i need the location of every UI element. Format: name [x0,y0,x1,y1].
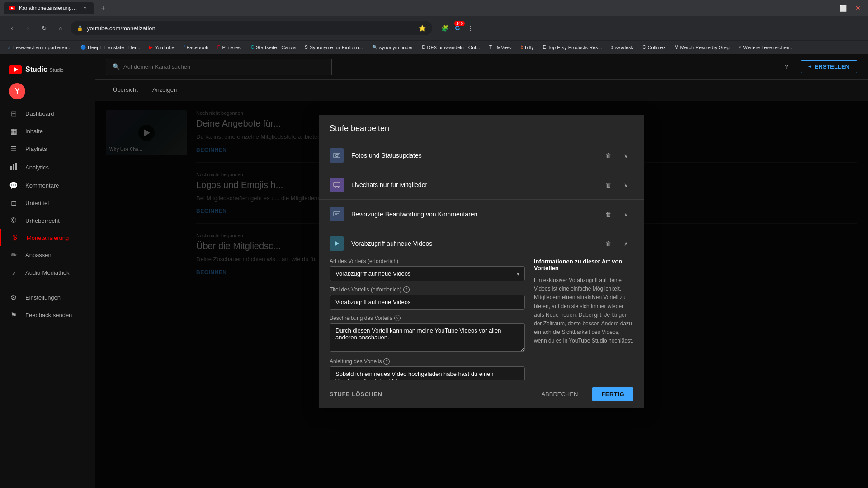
monetarisierung-icon: $ [10,234,19,242]
home-btn[interactable]: ⌂ [54,22,67,34]
benefit-item-fotos: Fotos und Statusupdates 🗑 ∨ [319,141,644,170]
settings-icon[interactable]: ⋮ [465,23,476,33]
bookmark-canva[interactable]: C Startseite - Canva [247,44,299,51]
sidebar-item-untertitel[interactable]: ⊡ Untertitel [0,194,95,212]
bookmark-sevdesk[interactable]: s sevdesk [608,44,637,51]
title-help-icon[interactable]: ? [403,286,410,293]
page-body: Why Use Cha... Noch nicht begonnen Deine [95,101,868,488]
benefit-icon-fotos [330,148,344,163]
instruction-help-icon[interactable]: ? [383,358,390,365]
bookmark-bitly[interactable]: b bitly [517,44,538,51]
collapse-benefit-fotos[interactable]: ∨ [619,148,633,163]
collapse-benefit-kommentare[interactable]: ∨ [619,207,633,221]
sidebar-item-playlists[interactable]: ☰ Playlists [0,140,95,158]
untertitel-icon: ⊡ [9,199,18,207]
bookmark-youtube[interactable]: ▶ YouTube [146,44,178,51]
delete-benefit-vorab[interactable]: 🗑 [601,236,615,251]
info-panel-text: Ein exklusiver Vorabzugriff auf deine Vi… [534,276,633,346]
sidebar-item-monetarisierung[interactable]: $ Monetarisierung [0,229,95,246]
benefit-icon-vorab [330,236,344,251]
bookmark-synonyme[interactable]: S Synonyme für Einhorn... [301,44,367,51]
dashboard-icon: ⊞ [9,109,18,118]
svg-rect-0 [10,166,12,170]
create-btn[interactable]: + ERSTELLEN [801,60,857,73]
title-label: Titel des Vorteils (erforderlich) ? [330,286,525,293]
bookmark-pinterest[interactable]: P Pinterest [214,44,245,51]
benefit-icon-livechats [330,178,344,192]
bookmark-bar: ☆ Lesezeichen importieren... 🔵 DeepL Tra… [0,41,868,54]
address-bar[interactable]: 🔒 youtube.com/monetization ⭐ [71,21,432,35]
new-tab-btn[interactable]: + [98,3,108,14]
bookmark-etsy[interactable]: E Top Etsy Products Res... [539,44,606,51]
bookmark-tmview[interactable]: T TMView [486,44,515,51]
sidebar-item-analytics[interactable]: Analytics [0,158,95,177]
form-group-description: Beschreibung des Vorteils ? Durch diesen… [330,315,525,353]
description-help-icon[interactable]: ? [394,315,401,321]
type-select[interactable]: Vorabzugriff auf neue Videos Fotos und S… [330,266,525,281]
browser-tab[interactable]: Kanalmonetarisierung - YouTu... ✕ [4,2,94,14]
sidebar-item-urheberrecht[interactable]: © Urheberrecht [0,212,95,229]
sidebar-item-dashboard[interactable]: ⊞ Dashboard [0,105,95,122]
feedback-icon: ⚑ [9,311,18,319]
browser-toolbar-right: 🧩 G 140 ⋮ [439,23,476,33]
urheberrecht-icon: © [9,216,18,225]
sidebar-item-kommentare[interactable]: 💬 Kommentare [0,177,95,194]
form-group-title: Titel des Vorteils (erforderlich) ? [330,286,525,310]
nav-ubersicht[interactable]: Übersicht [106,83,145,98]
minimize-btn[interactable]: — [821,2,834,14]
search-bar[interactable]: 🔍 [106,59,332,75]
delete-benefit-kommentare[interactable]: 🗑 [601,207,615,221]
tab-close-btn[interactable]: ✕ [81,5,89,12]
extensions-icon[interactable]: 🧩 [439,23,450,33]
bookmark-more[interactable]: » Weitere Lesezeichen... [735,44,797,51]
inhalte-icon: ▦ [9,127,18,136]
app-container: Studio Studio Y ⊞ Dashboard ▦ Inhalte ☰ … [0,54,868,488]
benefit-name-fotos: Fotos und Statusupdates [351,152,601,159]
search-input[interactable] [123,63,325,70]
svg-rect-2 [15,163,17,170]
delete-benefit-fotos[interactable]: 🗑 [601,148,615,163]
bookmark-collmex[interactable]: C Collmex [639,44,669,51]
maximize-btn[interactable]: ⬜ [836,2,849,14]
done-btn[interactable]: FERTIG [592,387,633,401]
collapse-benefit-livechats[interactable]: ∨ [619,178,633,192]
sidebar-item-audio[interactable]: ♪ Audio-Mediathek [0,264,95,281]
description-textarea[interactable]: Durch diesen Vorteil kann man meine YouT… [330,323,525,352]
anpassen-icon: ✏ [9,251,18,259]
benefit-actions-fotos: 🗑 ∨ [601,148,633,163]
bookmark-deepl[interactable]: 🔵 DeepL Translate - Der... [77,44,144,51]
form-group-type: Art des Vorteils (erforderlich) Vorabzug… [330,258,525,281]
sidebar-item-inhalte[interactable]: ▦ Inhalte [0,122,95,140]
reload-btn[interactable]: ↻ [38,22,51,34]
bookmark-merch[interactable]: M Merch Resize by Greg [671,44,733,51]
bookmark-synonym-finder[interactable]: 🔍 synonym finder [368,44,417,51]
bookmark-facebook[interactable]: f Facebook [180,44,212,51]
svg-rect-1 [13,164,14,170]
bookmark-dfx[interactable]: D DFX umwandeln - Onl... [418,44,484,51]
delete-benefit-livechats[interactable]: 🗑 [601,178,615,192]
type-label: Art des Vorteils (erforderlich) [330,258,525,264]
title-input[interactable] [330,295,525,310]
sidebar-nav: ⊞ Dashboard ▦ Inhalte ☰ Playlists Analyt… [0,105,95,488]
svg-rect-7 [334,211,340,216]
delete-stage-btn[interactable]: STUFE LÖSCHEN [330,391,382,398]
forward-btn[interactable]: › [22,22,34,34]
type-select-wrapper: Vorabzugriff auf neue Videos Fotos und S… [330,266,525,281]
footer-actions: ABBRECHEN FERTIG [534,387,633,401]
bookmark-lesezeichen[interactable]: ☆ Lesezeichen importieren... [4,44,75,51]
sidebar-item-feedback[interactable]: ⚑ Feedback senden [0,306,95,324]
search-area: Y [0,83,95,105]
collapse-benefit-vorab[interactable]: ∧ [619,236,633,251]
sidebar: Studio Studio Y ⊞ Dashboard ▦ Inhalte ☰ … [0,54,95,488]
close-window-btn[interactable]: ✕ [852,2,864,14]
benefit-header-vorab: Vorabzugriff auf neue Videos 🗑 ∧ [319,229,644,254]
help-icon[interactable]: ? [779,60,793,74]
sidebar-item-anpassen[interactable]: ✏ Anpassen [0,246,95,264]
tab-favicon [9,6,15,10]
back-btn[interactable]: ‹ [5,22,18,34]
sidebar-logo[interactable]: Studio Studio [0,58,95,83]
cancel-btn[interactable]: ABBRECHEN [534,387,585,401]
sidebar-item-einstellungen[interactable]: ⚙ Einstellungen [0,289,95,306]
profile-icon[interactable]: G 140 [452,23,463,33]
nav-anzeigen[interactable]: Anzeigen [145,83,184,98]
